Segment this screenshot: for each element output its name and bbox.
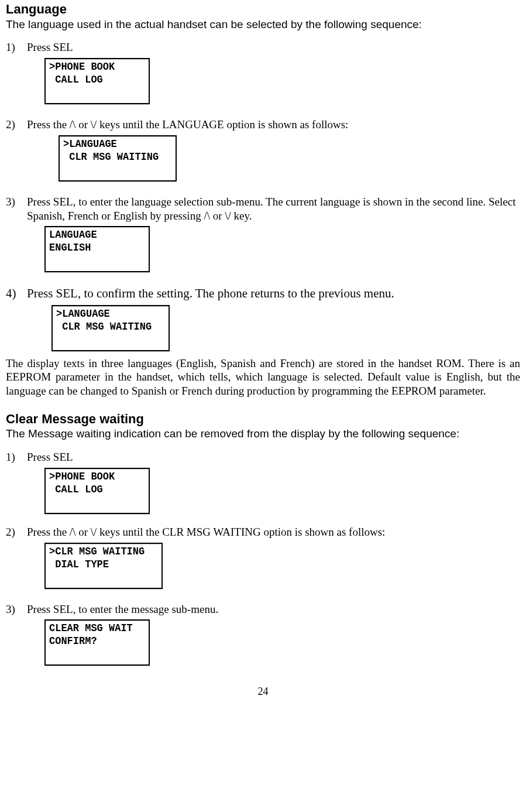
step-1: 1) Press SEL [6,40,520,54]
lcd-screen: >PHONE BOOK CALL LOG [44,58,150,104]
lcd-line-1: >LANGUAGE [56,307,165,320]
lcd-screen: >LANGUAGE CLR MSG WAITING [51,305,170,351]
lcd-screen: >PHONE BOOK CALL LOG [44,468,150,514]
step-text: Press SEL [27,450,520,464]
lcd-line-1: >PHONE BOOK [49,60,145,73]
step-number: 3) [6,602,27,616]
step-number: 2) [6,525,27,539]
lcd-line-1: LANGUAGE [49,229,145,242]
lcd-line-1: >LANGUAGE [63,138,172,150]
step-number: 3) [6,195,27,223]
lcd-line-2: ENGLISH [49,241,145,254]
lcd-line-2: DIAL TYPE [49,557,158,570]
lcd-screen: >LANGUAGE CLR MSG WAITING [59,135,177,181]
step-3: 3) Press SEL, to enter the message sub-m… [6,602,520,616]
step-text: Press SEL, to enter the language selecti… [27,195,520,223]
step-text: Press SEL [27,40,520,54]
step-text: Press the /\ or \/ keys until the LANGUA… [27,118,520,132]
section-closing-language: The display texts in three languages (En… [6,357,520,398]
page-number: 24 [6,685,520,698]
step-1: 1) Press SEL [6,450,520,464]
step-2: 2) Press the /\ or \/ keys until the CLR… [6,525,520,539]
lcd-line-2: CLR MSG WAITING [63,150,172,163]
lcd-line-1: >PHONE BOOK [49,470,145,483]
lcd-screen: CLEAR MSG WAIT CONFIRM? [44,619,150,666]
step-number: 1) [6,40,27,54]
step-number: 4) [6,286,27,301]
lcd-line-2: CALL LOG [49,483,145,496]
section-intro-clear-msg: The Message waiting indication can be re… [6,427,520,441]
lcd-screen: >CLR MSG WAITING DIAL TYPE [44,543,163,589]
step-number: 2) [6,118,27,132]
step-text: Press the /\ or \/ keys until the CLR MS… [27,525,520,539]
lcd-line-1: >CLR MSG WAITING [49,545,158,558]
step-text: Press SEL, to enter the message sub-menu… [27,602,520,616]
lcd-line-2: CLR MSG WAITING [56,320,165,333]
section-heading-language: Language [6,1,520,18]
step-number: 1) [6,450,27,464]
lcd-line-1: CLEAR MSG WAIT [49,622,145,635]
step-2: 2) Press the /\ or \/ keys until the LAN… [6,118,520,132]
step-4: 4) Press SEL, to confirm the setting. Th… [6,286,520,301]
step-text: Press SEL, to confirm the setting. The p… [27,286,520,301]
section-intro-language: The language used in the actual handset … [6,18,520,32]
lcd-line-2: CONFIRM? [49,635,145,647]
lcd-line-2: CALL LOG [49,73,145,86]
section-heading-clear-msg: Clear Message waiting [6,411,520,427]
step-3: 3) Press SEL, to enter the language sele… [6,195,520,223]
lcd-screen: LANGUAGE ENGLISH [44,226,150,272]
